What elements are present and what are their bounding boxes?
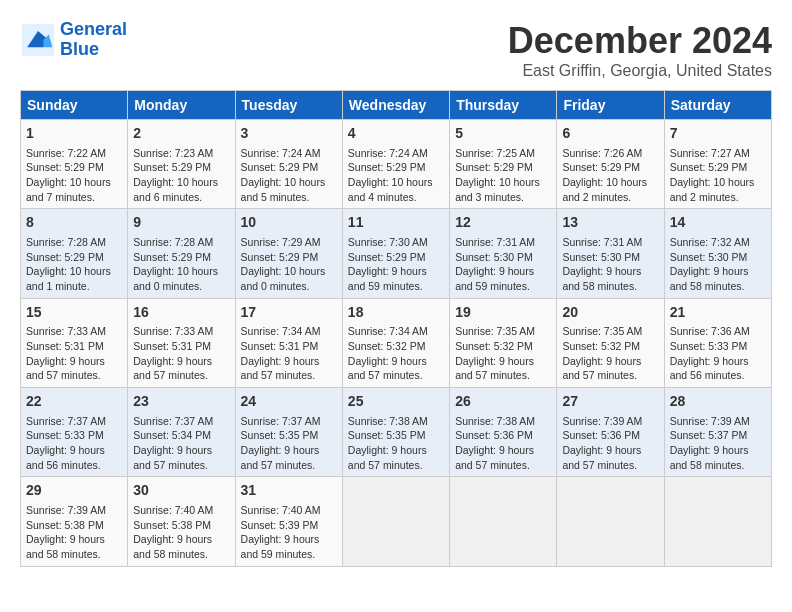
calendar-cell: 13Sunrise: 7:31 AMSunset: 5:30 PMDayligh… xyxy=(557,209,664,298)
day-info: Sunrise: 7:27 AM xyxy=(670,146,766,161)
day-info: Sunset: 5:31 PM xyxy=(133,339,229,354)
day-number: 2 xyxy=(133,124,229,144)
day-info: Sunset: 5:35 PM xyxy=(241,428,337,443)
calendar-cell xyxy=(557,477,664,566)
calendar-cell: 9Sunrise: 7:28 AMSunset: 5:29 PMDaylight… xyxy=(128,209,235,298)
day-number: 12 xyxy=(455,213,551,233)
day-info: Daylight: 9 hours and 56 minutes. xyxy=(670,354,766,383)
calendar-cell: 27Sunrise: 7:39 AMSunset: 5:36 PMDayligh… xyxy=(557,388,664,477)
calendar-cell: 23Sunrise: 7:37 AMSunset: 5:34 PMDayligh… xyxy=(128,388,235,477)
day-info: Sunrise: 7:35 AM xyxy=(562,324,658,339)
day-number: 26 xyxy=(455,392,551,412)
day-number: 14 xyxy=(670,213,766,233)
day-info: Sunset: 5:29 PM xyxy=(133,250,229,265)
day-info: Sunset: 5:29 PM xyxy=(670,160,766,175)
calendar-header-sunday: Sunday xyxy=(21,91,128,120)
calendar-cell: 21Sunrise: 7:36 AMSunset: 5:33 PMDayligh… xyxy=(664,298,771,387)
day-info: Daylight: 9 hours and 58 minutes. xyxy=(670,264,766,293)
calendar-cell: 16Sunrise: 7:33 AMSunset: 5:31 PMDayligh… xyxy=(128,298,235,387)
calendar-cell: 6Sunrise: 7:26 AMSunset: 5:29 PMDaylight… xyxy=(557,120,664,209)
day-info: Sunrise: 7:32 AM xyxy=(670,235,766,250)
day-info: Sunrise: 7:26 AM xyxy=(562,146,658,161)
day-info: Daylight: 9 hours and 57 minutes. xyxy=(455,354,551,383)
day-info: Daylight: 9 hours and 57 minutes. xyxy=(455,443,551,472)
day-info: Sunrise: 7:23 AM xyxy=(133,146,229,161)
day-info: Sunrise: 7:35 AM xyxy=(455,324,551,339)
day-info: Sunrise: 7:37 AM xyxy=(26,414,122,429)
calendar-cell: 10Sunrise: 7:29 AMSunset: 5:29 PMDayligh… xyxy=(235,209,342,298)
day-info: Sunrise: 7:37 AM xyxy=(241,414,337,429)
calendar-cell: 14Sunrise: 7:32 AMSunset: 5:30 PMDayligh… xyxy=(664,209,771,298)
day-info: Sunrise: 7:25 AM xyxy=(455,146,551,161)
day-info: Daylight: 9 hours and 57 minutes. xyxy=(133,443,229,472)
calendar-header-saturday: Saturday xyxy=(664,91,771,120)
day-number: 8 xyxy=(26,213,122,233)
day-info: Sunrise: 7:22 AM xyxy=(26,146,122,161)
day-number: 30 xyxy=(133,481,229,501)
day-number: 16 xyxy=(133,303,229,323)
day-info: Sunrise: 7:40 AM xyxy=(133,503,229,518)
day-number: 17 xyxy=(241,303,337,323)
day-info: Sunrise: 7:28 AM xyxy=(133,235,229,250)
day-info: Sunset: 5:29 PM xyxy=(133,160,229,175)
calendar-cell: 24Sunrise: 7:37 AMSunset: 5:35 PMDayligh… xyxy=(235,388,342,477)
day-info: Sunset: 5:32 PM xyxy=(455,339,551,354)
calendar-cell xyxy=(664,477,771,566)
day-info: Sunset: 5:29 PM xyxy=(241,160,337,175)
day-number: 23 xyxy=(133,392,229,412)
day-info: Daylight: 9 hours and 58 minutes. xyxy=(670,443,766,472)
calendar-cell: 7Sunrise: 7:27 AMSunset: 5:29 PMDaylight… xyxy=(664,120,771,209)
calendar-cell: 30Sunrise: 7:40 AMSunset: 5:38 PMDayligh… xyxy=(128,477,235,566)
day-info: Sunrise: 7:40 AM xyxy=(241,503,337,518)
day-info: Sunset: 5:30 PM xyxy=(562,250,658,265)
calendar-cell: 29Sunrise: 7:39 AMSunset: 5:38 PMDayligh… xyxy=(21,477,128,566)
calendar-cell: 2Sunrise: 7:23 AMSunset: 5:29 PMDaylight… xyxy=(128,120,235,209)
logo-text: General Blue xyxy=(60,20,127,60)
day-number: 4 xyxy=(348,124,444,144)
calendar-header-tuesday: Tuesday xyxy=(235,91,342,120)
calendar-header-friday: Friday xyxy=(557,91,664,120)
main-title: December 2024 xyxy=(508,20,772,62)
day-info: Sunset: 5:38 PM xyxy=(133,518,229,533)
day-number: 28 xyxy=(670,392,766,412)
day-info: Daylight: 10 hours and 0 minutes. xyxy=(133,264,229,293)
day-number: 24 xyxy=(241,392,337,412)
day-info: Daylight: 9 hours and 58 minutes. xyxy=(26,532,122,561)
day-info: Sunrise: 7:39 AM xyxy=(670,414,766,429)
day-number: 18 xyxy=(348,303,444,323)
day-info: Sunrise: 7:36 AM xyxy=(670,324,766,339)
day-info: Daylight: 10 hours and 4 minutes. xyxy=(348,175,444,204)
day-info: Daylight: 9 hours and 57 minutes. xyxy=(133,354,229,383)
calendar-cell: 26Sunrise: 7:38 AMSunset: 5:36 PMDayligh… xyxy=(450,388,557,477)
day-info: Daylight: 9 hours and 59 minutes. xyxy=(241,532,337,561)
day-number: 5 xyxy=(455,124,551,144)
day-info: Sunset: 5:29 PM xyxy=(348,160,444,175)
day-info: Sunrise: 7:24 AM xyxy=(241,146,337,161)
day-number: 19 xyxy=(455,303,551,323)
day-info: Sunset: 5:31 PM xyxy=(241,339,337,354)
day-info: Daylight: 9 hours and 59 minutes. xyxy=(455,264,551,293)
day-info: Sunset: 5:29 PM xyxy=(26,250,122,265)
day-info: Daylight: 9 hours and 59 minutes. xyxy=(348,264,444,293)
logo: General Blue xyxy=(20,20,127,60)
calendar-cell: 17Sunrise: 7:34 AMSunset: 5:31 PMDayligh… xyxy=(235,298,342,387)
calendar-cell: 31Sunrise: 7:40 AMSunset: 5:39 PMDayligh… xyxy=(235,477,342,566)
logo-icon xyxy=(20,22,56,58)
day-number: 10 xyxy=(241,213,337,233)
title-section: December 2024 East Griffin, Georgia, Uni… xyxy=(508,20,772,80)
day-number: 11 xyxy=(348,213,444,233)
day-number: 1 xyxy=(26,124,122,144)
day-info: Sunset: 5:36 PM xyxy=(455,428,551,443)
calendar-week-3: 15Sunrise: 7:33 AMSunset: 5:31 PMDayligh… xyxy=(21,298,772,387)
calendar-cell: 4Sunrise: 7:24 AMSunset: 5:29 PMDaylight… xyxy=(342,120,449,209)
day-info: Sunset: 5:36 PM xyxy=(562,428,658,443)
day-number: 31 xyxy=(241,481,337,501)
day-info: Sunset: 5:32 PM xyxy=(562,339,658,354)
day-number: 13 xyxy=(562,213,658,233)
calendar-cell: 22Sunrise: 7:37 AMSunset: 5:33 PMDayligh… xyxy=(21,388,128,477)
day-info: Sunset: 5:29 PM xyxy=(26,160,122,175)
day-number: 29 xyxy=(26,481,122,501)
calendar-header-wednesday: Wednesday xyxy=(342,91,449,120)
day-info: Daylight: 9 hours and 56 minutes. xyxy=(26,443,122,472)
day-info: Daylight: 10 hours and 3 minutes. xyxy=(455,175,551,204)
